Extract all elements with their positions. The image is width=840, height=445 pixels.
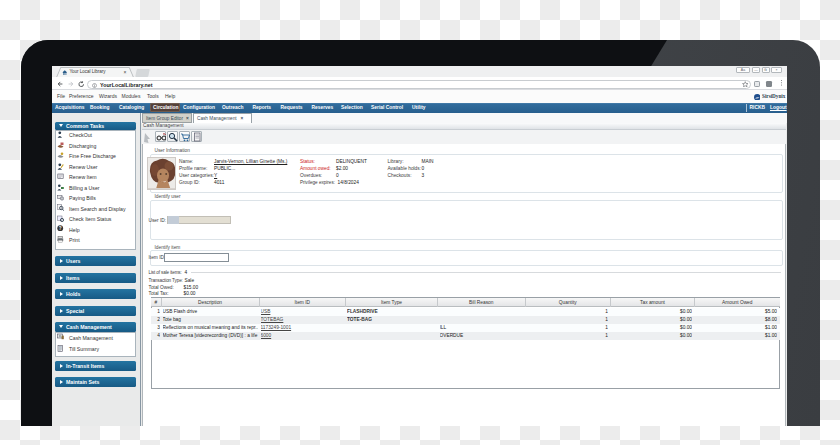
svg-text:?: ?	[59, 226, 62, 231]
